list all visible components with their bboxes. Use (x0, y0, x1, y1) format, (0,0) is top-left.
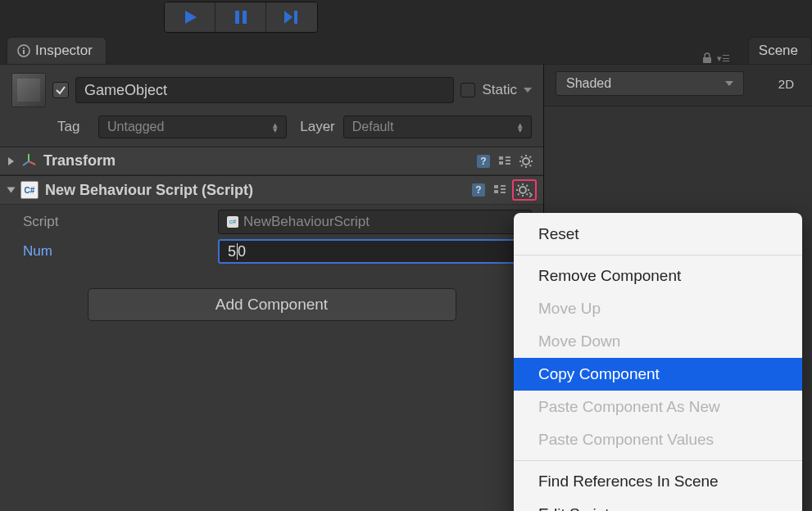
component-header-transform[interactable]: Transform ? (0, 147, 543, 175)
check-icon (55, 84, 66, 96)
svg-line-24 (521, 165, 523, 166)
tag-label: Tag (57, 119, 90, 135)
menu-separator (514, 255, 802, 256)
property-row-num: Num 50 (23, 239, 532, 264)
add-component-button[interactable]: Add Component (88, 288, 456, 321)
menu-item-copy-component[interactable]: Copy Component (514, 358, 802, 391)
dropdown-icon[interactable]: ▾☰ (717, 53, 730, 64)
gameobject-icon[interactable] (11, 73, 46, 107)
svg-rect-32 (501, 192, 506, 193)
num-label: Num (23, 243, 211, 260)
preset-icon[interactable] (497, 154, 512, 169)
gameobject-name: GameObject (84, 82, 167, 98)
tag-dropdown[interactable]: Untagged ▴▾ (98, 115, 287, 138)
num-value: 50 (228, 243, 246, 260)
enabled-checkbox[interactable] (52, 82, 69, 98)
svg-point-4 (23, 47, 25, 49)
svg-rect-0 (235, 11, 239, 24)
pause-button[interactable] (215, 2, 266, 32)
svg-rect-13 (499, 161, 503, 165)
csharp-script-icon: C# (20, 181, 39, 199)
component-title: New Behaviour Script (Script) (45, 182, 465, 199)
tab-bar: Inspector ▾☰ Scene (0, 34, 812, 64)
static-checkbox[interactable] (460, 83, 475, 97)
tag-layer-row: Tag Untagged ▴▾ Layer Default ▴▾ (0, 112, 543, 147)
step-button[interactable] (266, 2, 317, 32)
layer-label: Layer (300, 119, 335, 135)
script-label: Script (23, 214, 211, 230)
menu-item-find-references[interactable]: Find References In Scene (514, 465, 802, 498)
svg-rect-1 (243, 11, 247, 24)
menu-item-move-down: Move Down (514, 325, 802, 358)
play-icon (182, 9, 198, 25)
menu-item-edit-script[interactable]: Edit Script (514, 498, 802, 511)
svg-rect-2 (294, 11, 297, 24)
step-icon (283, 9, 301, 25)
menu-item-remove-component[interactable]: Remove Component (514, 260, 802, 292)
svg-line-41 (527, 185, 528, 187)
svg-rect-6 (703, 57, 711, 63)
property-row-script: Script c# NewBehaviourScript (23, 210, 532, 234)
shading-mode-label: Shaded (566, 76, 611, 91)
info-icon (17, 44, 30, 57)
component-header-script[interactable]: C# New Behaviour Script (Script) ? (0, 175, 543, 205)
svg-rect-30 (501, 185, 506, 187)
svg-rect-15 (506, 160, 510, 161)
gameobject-name-field[interactable]: GameObject (75, 77, 454, 103)
svg-text:?: ? (480, 156, 486, 167)
help-icon[interactable]: ? (476, 154, 491, 169)
component-context-menu: Reset Remove Component Move Up Move Down… (514, 213, 802, 511)
gear-icon-highlighted[interactable] (512, 179, 537, 201)
layer-dropdown[interactable]: Default ▴▾ (343, 115, 532, 138)
shading-mode-dropdown[interactable]: Shaded (556, 71, 744, 96)
svg-line-40 (518, 194, 519, 196)
layer-value: Default (352, 120, 394, 134)
svg-text:?: ? (475, 184, 481, 196)
svg-line-22 (521, 156, 523, 158)
svg-line-9 (23, 161, 29, 165)
script-value: NewBehaviourScript (243, 214, 370, 230)
lock-icon[interactable] (702, 52, 712, 64)
script-object-field[interactable]: c# NewBehaviourScript (218, 210, 532, 234)
svg-rect-29 (494, 190, 498, 193)
menu-item-move-up: Move Up (514, 292, 802, 325)
gear-icon[interactable] (519, 154, 535, 169)
tab-scene-label: Scene (759, 43, 798, 59)
play-controls (164, 2, 318, 33)
gameobject-header: GameObject Static (0, 65, 543, 112)
num-input[interactable]: 50 (218, 239, 532, 264)
updown-icon: ▴▾ (518, 122, 523, 132)
top-toolbar (0, 0, 812, 34)
svg-line-39 (527, 194, 528, 196)
foldout-icon[interactable] (7, 188, 16, 193)
play-button[interactable] (165, 2, 215, 32)
svg-point-33 (519, 187, 526, 193)
menu-item-reset[interactable]: Reset (514, 218, 802, 251)
svg-rect-28 (494, 185, 498, 188)
updown-icon: ▴▾ (273, 122, 278, 132)
foldout-icon[interactable] (8, 157, 14, 165)
inspector-lock-area: ▾☰ (702, 52, 740, 64)
help-icon[interactable]: ? (471, 183, 486, 197)
svg-rect-5 (23, 50, 25, 54)
svg-rect-16 (506, 163, 510, 165)
svg-rect-14 (506, 156, 510, 158)
static-label: Static (482, 82, 517, 98)
preset-icon[interactable] (492, 183, 507, 197)
tab-scene[interactable]: Scene (748, 37, 812, 64)
svg-line-25 (530, 156, 532, 158)
transform-axis-icon (20, 153, 37, 170)
svg-line-38 (518, 185, 519, 187)
chevron-down-icon (725, 81, 733, 86)
svg-point-17 (523, 158, 529, 165)
add-component-label: Add Component (215, 296, 328, 314)
tab-inspector-label: Inspector (35, 43, 93, 59)
scene-2d-toggle[interactable]: 2D (772, 74, 801, 94)
menu-item-paste-as-new: Paste Component As New (514, 391, 802, 423)
static-dropdown-icon[interactable] (524, 88, 532, 93)
tab-inspector[interactable]: Inspector (7, 37, 107, 64)
component-title: Transform (43, 152, 470, 170)
svg-line-8 (29, 161, 35, 165)
pause-icon (233, 9, 249, 25)
inspector-panel: GameObject Static Tag Untagged ▴▾ Layer … (0, 64, 543, 511)
